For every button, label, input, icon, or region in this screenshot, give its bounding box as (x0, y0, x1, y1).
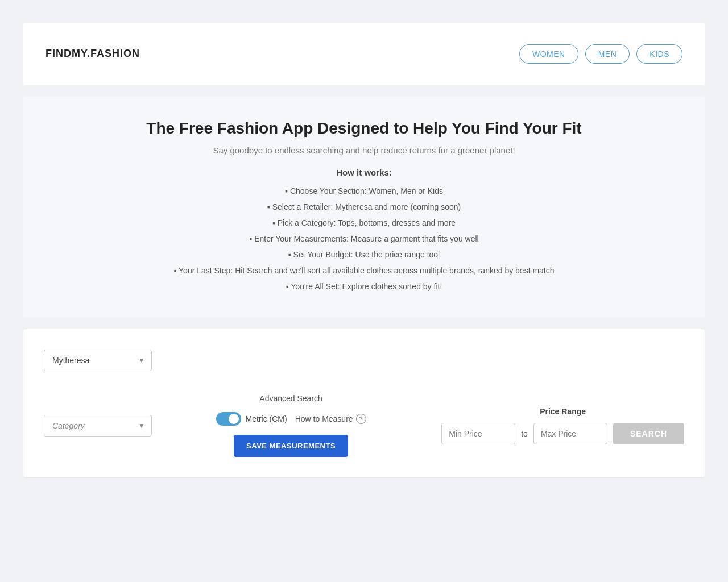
price-range-label: Price Range (430, 407, 684, 416)
category-select-wrapper: Category ▼ (44, 415, 152, 436)
list-item: Select a Retailer: Mytheresa and more (c… (57, 199, 671, 215)
metric-toggle[interactable] (216, 412, 241, 426)
list-item: Pick a Category: Tops, bottoms, dresses … (57, 215, 671, 231)
min-price-input[interactable] (441, 423, 515, 444)
app-header: FINDMY.FASHION WOMEN MEN KIDS (23, 23, 705, 85)
metric-toggle-wrapper: Metric (CM) (216, 412, 287, 426)
question-icon: ? (356, 414, 366, 424)
price-inputs: to (430, 423, 607, 444)
how-to-measure-link[interactable]: How to Measure ? (295, 414, 366, 424)
list-item: You're All Set: Explore clothes sorted b… (57, 278, 671, 294)
metric-label: Metric (CM) (246, 414, 287, 423)
price-range-col: Price Range to SEARCH (430, 407, 684, 444)
hero-subtitle: Say goodbye to endless searching and hel… (57, 146, 671, 155)
search-row: Category ▼ Advanced Search Metric (CM) (44, 394, 684, 457)
toggle-thumb (229, 414, 239, 424)
advanced-search-label: Advanced Search (259, 394, 322, 403)
retailer-row: Mytheresa ▼ (44, 350, 684, 371)
price-to-label: to (521, 429, 528, 438)
logo: FINDMY.FASHION (46, 48, 140, 60)
max-price-input[interactable] (533, 423, 607, 444)
men-nav-button[interactable]: MEN (585, 44, 630, 64)
list-item: Enter Your Measurements: Measure a garme… (57, 231, 671, 247)
toggle-track (216, 412, 241, 426)
category-col: Category ▼ (44, 415, 152, 436)
retailer-select-wrapper: Mytheresa ▼ (44, 350, 152, 371)
how-to-measure-text: How to Measure (295, 414, 353, 423)
hero-title: The Free Fashion App Designed to Help Yo… (57, 119, 671, 138)
list-item: Set Your Budget: Use the price range too… (57, 247, 671, 263)
women-nav-button[interactable]: WOMEN (519, 44, 578, 64)
search-button[interactable]: SEARCH (613, 423, 684, 444)
main-nav: WOMEN MEN KIDS (519, 44, 682, 64)
hero-section: The Free Fashion App Designed to Help Yo… (23, 97, 705, 317)
kids-nav-button[interactable]: KIDS (636, 44, 682, 64)
advanced-search-col: Advanced Search Metric (CM) How to Measu… (152, 394, 430, 457)
price-inputs-row: to SEARCH (430, 423, 684, 444)
how-it-works-title: How it works: (57, 168, 671, 177)
list-item: Your Last Step: Hit Search and we'll sor… (57, 263, 671, 278)
category-select[interactable]: Category (44, 415, 152, 436)
list-item: Choose Your Section: Women, Men or Kids (57, 183, 671, 199)
save-measurements-button[interactable]: SAVE MEASUREMENTS (234, 435, 348, 457)
metric-row: Metric (CM) How to Measure ? (216, 412, 366, 426)
retailer-select[interactable]: Mytheresa (44, 350, 152, 371)
search-panel: Mytheresa ▼ Category ▼ Advanced Search (23, 329, 705, 478)
how-it-works-list: Choose Your Section: Women, Men or Kids … (57, 183, 671, 294)
